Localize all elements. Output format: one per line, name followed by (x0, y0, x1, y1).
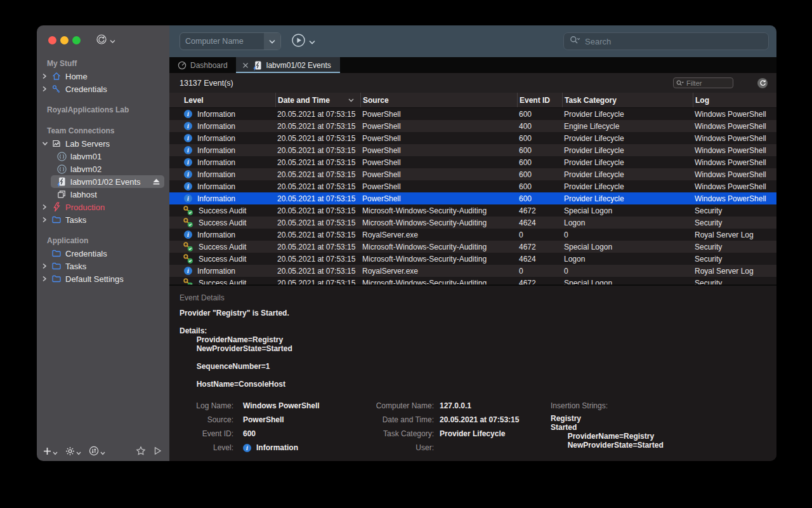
sidebar-item-labhost[interactable]: labhost (37, 188, 169, 201)
datetime-cell: 20.05.2021 at 07:53:15 (275, 192, 360, 204)
table-row[interactable]: Success Audit20.05.2021 at 07:53:15Micro… (169, 241, 776, 253)
table-row[interactable]: iInformation20.05.2021 at 07:53:15PowerS… (169, 144, 776, 156)
datetime-cell: 20.05.2021 at 07:53:15 (275, 204, 360, 217)
chevron-right-icon[interactable] (42, 204, 51, 210)
task-category-cell: Engine Lifecycle (562, 120, 693, 132)
table-row[interactable]: iInformation20.05.2021 at 07:53:15RoyalS… (169, 229, 776, 241)
titlebar (37, 25, 169, 57)
information-icon: i (184, 170, 192, 178)
source-cell: PowerShell (360, 132, 517, 144)
connection-actions-menu[interactable] (96, 34, 115, 48)
settings-menu-button[interactable] (65, 446, 81, 458)
event-id-cell: 4624 (517, 217, 562, 229)
table-row[interactable]: iInformation20.05.2021 at 07:53:15RoyalS… (169, 265, 776, 277)
connect-options-chevron[interactable] (309, 36, 315, 47)
chevron-down-icon (100, 446, 105, 458)
sidebar-item-tasks[interactable]: Tasks (37, 213, 169, 226)
app-window: My StuffHomeCredentialsRoyalApplications… (37, 25, 776, 461)
eject-icon[interactable] (152, 178, 160, 185)
sidebar-item-lab-servers[interactable]: Lab Servers (37, 137, 169, 150)
folder-icon (51, 274, 62, 284)
datetime-cell: 20.05.2021 at 07:53:15 (275, 265, 360, 277)
chevron-down-icon[interactable] (42, 141, 51, 146)
chevron-right-icon[interactable] (42, 86, 51, 92)
column-header-event-id[interactable]: Event ID (517, 93, 562, 107)
task-category-cell: Special Logon (562, 204, 693, 217)
chevron-right-icon[interactable] (42, 276, 51, 282)
close-tab-icon[interactable] (242, 62, 249, 69)
favorite-star-button[interactable] (136, 446, 146, 458)
chevron-right-icon[interactable] (42, 217, 51, 223)
sidebar-item-credentials[interactable]: Credentials (37, 247, 169, 260)
plus-icon (43, 446, 51, 458)
sidebar-section-title-application: Application (37, 234, 169, 247)
information-icon: i (184, 146, 192, 154)
sidebar-item-label: labvm01/02 Events (70, 177, 141, 187)
computer-name-input[interactable] (180, 37, 264, 46)
computer-name-combobox[interactable] (180, 32, 281, 50)
table-row[interactable]: iInformation20.05.2021 at 07:53:15PowerS… (169, 192, 776, 204)
event-id-cell: 600 (517, 156, 562, 168)
source-cell: PowerShell (360, 120, 517, 132)
level-cell: Success Audit (199, 218, 246, 227)
sidebar-item-labvm01-02-events[interactable]: labvm01/02 Events (51, 175, 164, 188)
tab-dashboard[interactable]: Dashboard (169, 57, 236, 73)
table-row[interactable]: iInformation20.05.2021 at 07:53:15PowerS… (169, 132, 776, 144)
filter-field[interactable] (673, 77, 733, 88)
sidebar-item-home[interactable]: Home (37, 70, 169, 83)
column-header-log[interactable]: Log (693, 93, 776, 107)
sidebar-item-labvm01[interactable]: labvm01 (37, 150, 169, 163)
table-row[interactable]: iInformation20.05.2021 at 07:53:15PowerS… (169, 168, 776, 180)
datetime-cell: 20.05.2021 at 07:53:15 (275, 180, 360, 192)
chevron-down-icon (76, 446, 81, 458)
source-cell: Microsoft-Windows-Security-Auditing (360, 241, 517, 253)
table-row[interactable]: Success Audit20.05.2021 at 07:53:15Micro… (169, 217, 776, 229)
column-header-source[interactable]: Source (360, 93, 517, 107)
table-row[interactable]: Success Audit20.05.2021 at 07:53:15Micro… (169, 277, 776, 284)
source-cell: Microsoft-Windows-Security-Auditing (360, 204, 517, 217)
source-cell: Microsoft-Windows-Security-Auditing (360, 277, 517, 284)
level-cell: Information (197, 146, 235, 155)
sort-menu-button[interactable] (89, 446, 105, 458)
tab-labvm-events[interactable]: labvm01/02 Events (236, 57, 340, 73)
refresh-button[interactable] (757, 78, 768, 88)
computer-name-dropdown-button[interactable] (264, 32, 280, 50)
minimize-window-button[interactable] (60, 36, 69, 44)
column-header-level[interactable]: Level (169, 93, 275, 107)
column-header-date-and-time[interactable]: Date and Time (275, 93, 360, 107)
connect-button[interactable] (291, 33, 306, 50)
table-row[interactable]: iInformation20.05.2021 at 07:53:15PowerS… (169, 120, 776, 132)
table-row[interactable]: iInformation20.05.2021 at 07:53:15PowerS… (169, 180, 776, 192)
sidebar-item-label: Production (65, 203, 105, 212)
add-connection-button[interactable] (43, 446, 58, 458)
table-row[interactable]: Success Audit20.05.2021 at 07:53:15Micro… (169, 253, 776, 265)
datetime-cell: 20.05.2021 at 07:53:15 (275, 168, 360, 180)
zoom-window-button[interactable] (72, 36, 81, 44)
filter-input[interactable] (686, 79, 730, 87)
source-cell: PowerShell (360, 192, 517, 204)
sidebar-item-tasks[interactable]: Tasks (37, 260, 169, 272)
chevron-right-icon[interactable] (42, 73, 51, 79)
sidebar-item-default-settings[interactable]: Default Settings (37, 272, 169, 285)
close-window-button[interactable] (48, 36, 56, 44)
datetime-cell: 20.05.2021 at 07:53:15 (275, 217, 360, 229)
details-fields-left: Log Name:Windows PowerShell Source:Power… (180, 399, 370, 455)
sidebar-item-labvm02[interactable]: labvm02 (37, 163, 169, 175)
search-input[interactable] (585, 37, 763, 46)
sidebar-item-credentials[interactable]: Credentials (37, 83, 169, 95)
datetime-cell: 20.05.2021 at 07:53:15 (275, 144, 360, 156)
events-icon (56, 177, 67, 187)
sidebar-item-production[interactable]: Production (37, 201, 169, 213)
datetime-value: 20.05.2021 at 07:53:15 (440, 415, 519, 424)
chevron-right-icon[interactable] (42, 263, 51, 269)
table-row[interactable]: Success Audit20.05.2021 at 07:53:15Micro… (169, 204, 776, 217)
datetime-cell: 20.05.2021 at 07:53:15 (275, 132, 360, 144)
connect-play-button[interactable] (154, 446, 162, 458)
search-field[interactable] (563, 32, 769, 50)
log-cell: Windows PowerShell (693, 144, 776, 156)
column-header-task-category[interactable]: Task Category (562, 93, 693, 107)
table-row[interactable]: iInformation20.05.2021 at 07:53:15PowerS… (169, 108, 776, 120)
reconnect-icon (96, 34, 107, 48)
sort-icon (89, 446, 99, 458)
table-row[interactable]: iInformation20.05.2021 at 07:53:15PowerS… (169, 156, 776, 168)
